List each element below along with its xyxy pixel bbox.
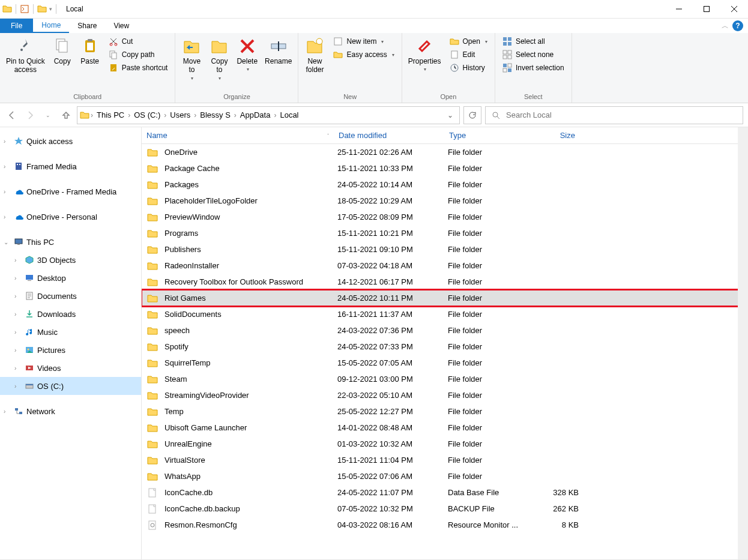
file-row[interactable]: WhatsApp15-05-2022 07:06 AMFile folder xyxy=(142,468,748,484)
tab-home[interactable]: Home xyxy=(33,19,69,33)
file-row[interactable]: PreviewWindow17-05-2022 08:09 PMFile fol… xyxy=(142,209,748,225)
back-button[interactable] xyxy=(5,108,19,122)
easyaccess-button[interactable]: Easy access▾ xyxy=(331,49,396,61)
file-row[interactable]: Recovery Toolbox for Outlook Password14-… xyxy=(142,274,748,290)
file-row[interactable]: Programs15-11-2021 10:21 PMFile folder xyxy=(142,225,748,241)
file-row[interactable]: Spotify24-05-2022 07:33 PMFile folder xyxy=(142,339,748,355)
newitem-icon xyxy=(333,37,343,46)
crumb-local[interactable]: Local xyxy=(277,110,301,119)
forward-button[interactable] xyxy=(23,108,37,122)
file-row[interactable]: UnrealEngine01-03-2022 10:32 AMFile fold… xyxy=(142,436,748,452)
file-row[interactable]: PlaceholderTileLogoFolder18-05-2022 10:2… xyxy=(142,193,748,209)
selectall-button[interactable]: Select all xyxy=(500,35,567,47)
file-row[interactable]: OneDrive25-11-2021 02:26 AMFile folder xyxy=(142,144,748,160)
tab-share[interactable]: Share xyxy=(69,19,105,33)
file-row[interactable]: Ubisoft Game Launcher14-01-2022 08:48 AM… xyxy=(142,420,748,436)
newitem-button[interactable]: New item▾ xyxy=(331,35,396,47)
file-row[interactable]: StreamingVideoProvider22-03-2022 05:10 A… xyxy=(142,387,748,403)
delete-button[interactable]: Delete▾ xyxy=(233,34,261,72)
navitem-documents[interactable]: ›Documents xyxy=(0,287,141,305)
chevron-right-icon[interactable]: › xyxy=(91,111,93,119)
file-row[interactable]: Packages24-05-2022 10:14 AMFile folder xyxy=(142,176,748,193)
moveto-button[interactable]: Move to▾ xyxy=(178,34,205,81)
qat-properties-icon[interactable] xyxy=(20,4,29,14)
address-dropdown[interactable]: ⌄ xyxy=(444,111,457,119)
help-icon[interactable]: ? xyxy=(732,20,743,31)
navitem-desktop[interactable]: ›Desktop xyxy=(0,269,141,287)
copypath-button[interactable]: Copy path xyxy=(106,49,170,61)
history-button[interactable]: History xyxy=(447,62,490,74)
chevron-up-icon[interactable]: ︿ xyxy=(722,21,729,31)
crumb-users[interactable]: Users xyxy=(167,110,193,119)
ribbon-group-clipboard: Pin to Quick access Copy Paste Cut Copy … xyxy=(0,33,175,103)
search-input[interactable] xyxy=(506,110,737,119)
navitem-onedrive-p[interactable]: ›OneDrive - Personal xyxy=(0,208,141,226)
selectnone-button[interactable]: Select none xyxy=(500,49,567,61)
search-box[interactable] xyxy=(485,106,743,124)
refresh-button[interactable] xyxy=(463,106,481,124)
file-row[interactable]: IconCache.db24-05-2022 11:07 PMData Base… xyxy=(142,484,748,501)
navitem-downloads[interactable]: ›Downloads xyxy=(0,305,141,323)
navitem-onedrive-fm[interactable]: ›OneDrive - Framed Media xyxy=(0,182,141,200)
open-button[interactable]: Open▾ xyxy=(447,35,490,47)
navitem-network[interactable]: ›Network xyxy=(0,402,141,420)
file-row[interactable]: VirtualStore15-11-2021 11:04 PMFile fold… xyxy=(142,452,748,468)
file-size: 262 KB xyxy=(535,504,584,513)
close-button[interactable] xyxy=(720,0,748,19)
svg-rect-47 xyxy=(149,505,155,513)
file-row[interactable]: RadeonInstaller07-03-2022 04:18 AMFile f… xyxy=(142,257,748,274)
file-row[interactable]: Package Cache15-11-2021 10:33 PMFile fol… xyxy=(142,160,748,176)
file-row[interactable]: SquirrelTemp15-05-2022 07:05 AMFile fold… xyxy=(142,355,748,371)
file-name: PreviewWindow xyxy=(164,212,337,221)
qat-customize-icon[interactable]: ▾ xyxy=(49,6,52,12)
tab-file[interactable]: File xyxy=(0,19,33,33)
navitem-3dobjects[interactable]: ›3D Objects xyxy=(0,251,141,269)
crumb-osc[interactable]: OS (C:) xyxy=(131,110,163,119)
file-name: RadeonInstaller xyxy=(164,261,337,270)
column-name[interactable]: Nameˆ xyxy=(142,131,334,140)
navitem-quickaccess[interactable]: ›Quick access xyxy=(0,132,141,150)
address-bar[interactable]: › This PC› OS (C:)› Users› Blessy S› App… xyxy=(77,106,460,124)
newfolder-button[interactable]: New folder xyxy=(301,34,328,74)
file-row[interactable]: Riot Games24-05-2022 10:11 PMFile folder xyxy=(142,290,748,306)
shortcut-button[interactable]: Paste shortcut xyxy=(106,62,170,74)
navitem-music[interactable]: ›Music xyxy=(0,323,141,341)
cut-button[interactable]: Cut xyxy=(106,35,170,47)
scrollbar[interactable] xyxy=(738,127,748,559)
file-row[interactable]: Temp25-05-2022 12:27 PMFile folder xyxy=(142,403,748,420)
navitem-thispc[interactable]: ⌄This PC xyxy=(0,233,141,251)
navitem-framedmedia[interactable]: ›Framed Media xyxy=(0,157,141,175)
qat-newfolder-icon[interactable] xyxy=(37,4,47,14)
copyto-button[interactable]: Copy to▾ xyxy=(205,34,233,81)
file-list[interactable]: OneDrive25-11-2021 02:26 AMFile folderPa… xyxy=(142,144,748,559)
crumb-thispc[interactable]: This PC xyxy=(94,110,127,119)
navbar: ⌄ › This PC› OS (C:)› Users› Blessy S› A… xyxy=(0,103,748,127)
file-row[interactable]: Resmon.ResmonCfg04-03-2022 08:16 AMResou… xyxy=(142,517,748,533)
up-button[interactable] xyxy=(59,108,73,122)
paste-button[interactable]: Paste xyxy=(76,34,104,65)
crumb-user[interactable]: Blessy S xyxy=(198,110,233,119)
maximize-button[interactable] xyxy=(693,0,720,19)
file-row[interactable]: speech24-03-2022 07:36 PMFile folder xyxy=(142,322,748,339)
column-type[interactable]: Type xyxy=(444,131,532,140)
invert-button[interactable]: Invert selection xyxy=(500,62,567,74)
file-row[interactable]: IconCache.db.backup07-05-2022 10:32 PMBA… xyxy=(142,501,748,517)
recent-dropdown[interactable]: ⌄ xyxy=(41,108,55,122)
edit-button[interactable]: Edit xyxy=(447,49,490,61)
tab-view[interactable]: View xyxy=(105,19,137,33)
file-row[interactable]: Steam09-12-2021 03:00 PMFile folder xyxy=(142,371,748,387)
rename-button[interactable]: Rename xyxy=(261,34,295,65)
column-size[interactable]: Size xyxy=(532,131,580,140)
navitem-pictures[interactable]: ›Pictures xyxy=(0,341,141,359)
minimize-button[interactable] xyxy=(665,0,693,19)
crumb-appdata[interactable]: AppData xyxy=(238,110,273,119)
navitem-videos[interactable]: ›Videos xyxy=(0,359,141,377)
column-date[interactable]: Date modified xyxy=(334,131,444,140)
navitem-osc[interactable]: ›OS (C:) xyxy=(0,377,141,395)
ribbon-group-open: Properties▾ Open▾ Edit History Open xyxy=(402,33,495,103)
properties-button[interactable]: Properties▾ xyxy=(405,34,445,72)
file-row[interactable]: SolidDocuments16-11-2021 11:37 AMFile fo… xyxy=(142,306,748,322)
file-row[interactable]: Publishers15-11-2021 09:10 PMFile folder xyxy=(142,241,748,257)
pin-button[interactable]: Pin to Quick access xyxy=(2,34,49,74)
copy-button[interactable]: Copy xyxy=(49,34,76,65)
